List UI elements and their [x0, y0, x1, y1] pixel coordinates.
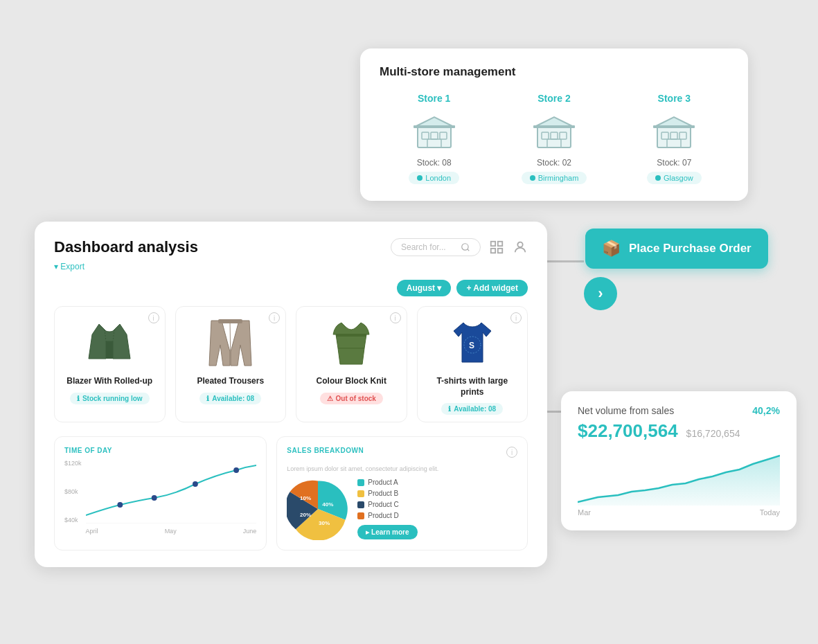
product-image-2 [323, 315, 379, 370]
status-icon-0: ℹ [77, 395, 80, 402]
user-icon[interactable] [513, 240, 528, 255]
product-status-2: ⚠ Out of stock [320, 393, 383, 404]
product-info-icon-1: i [269, 312, 280, 323]
net-volume-previous: $16,720,654 [686, 428, 740, 439]
status-icon-3: ℹ [448, 405, 451, 413]
svg-rect-21 [491, 249, 495, 253]
legend-label-1: Product B [368, 490, 398, 497]
net-volume-percentage: 40,2% [752, 405, 780, 416]
svg-text:10%: 10% [300, 495, 311, 501]
dashboard-card: Dashboard analysis Search for... ▾ Expor… [35, 222, 547, 567]
svg-rect-11 [533, 125, 575, 128]
add-widget-button[interactable]: + Add widget [456, 280, 528, 296]
store-2-location: Birmingham [522, 172, 587, 184]
legend-color-0 [357, 479, 364, 486]
product-name-3: T-shirts with large prints [425, 376, 521, 397]
product-status-1: ℹ Available: 08 [199, 393, 261, 404]
svg-point-33 [233, 467, 239, 473]
sales-pie-chart: 40% 30% 20% 10% [287, 478, 349, 540]
sales-card: SALES BREAKDOWN i Lorem ipsum dolor sit … [276, 436, 528, 551]
product-card-2[interactable]: i Colour Block Knit ⚠ Out of stock [296, 306, 407, 422]
place-purchase-order-button[interactable]: 📦 Place Purchase Order [585, 229, 768, 269]
store-item-2[interactable]: Store 2 Stock: 02 Birmingham [499, 93, 608, 184]
svg-point-23 [517, 242, 522, 247]
filter-row: August ▾ + Add widget [54, 280, 528, 296]
product-info-icon-0: i [148, 312, 159, 323]
net-volume-amounts: $22,700,564 $16,720,654 [578, 420, 780, 442]
svg-rect-0 [418, 127, 451, 147]
legend-item-1: Product B [357, 490, 517, 497]
svg-rect-24 [106, 341, 113, 359]
svg-rect-6 [537, 127, 571, 147]
sales-content: 40% 30% 20% 10% Product A P [287, 478, 517, 540]
arrow-circle-icon: › [584, 277, 617, 310]
store-2-name: Store 2 [537, 93, 570, 104]
product-image-3: S [445, 315, 500, 370]
legend-color-2 [357, 501, 364, 508]
svg-rect-20 [498, 242, 502, 246]
time-chart-title: TIME OF DAY [64, 447, 256, 454]
svg-text:30%: 30% [319, 520, 330, 526]
sales-legend-area: Product A Product B Product C Produ [357, 478, 517, 539]
multistore-title: Multi-store management [380, 65, 729, 79]
store-item-3[interactable]: Store 3 Stock: 07 Glasgow [620, 93, 729, 184]
grid-icon[interactable] [489, 240, 504, 255]
store-1-location: London [409, 172, 459, 184]
svg-text:20%: 20% [300, 512, 311, 518]
svg-rect-17 [653, 125, 695, 128]
product-name-2: Colour Block Knit [317, 376, 386, 387]
sales-desc: Lorem ipsum dolor sit amet, consectetur … [287, 465, 517, 472]
status-icon-1: ℹ [206, 395, 209, 402]
svg-rect-12 [657, 127, 691, 147]
store-3-name: Store 3 [658, 93, 691, 104]
legend-label-0: Product A [368, 478, 398, 486]
sales-legend: Product A Product B Product C Produ [357, 478, 517, 519]
net-volume-title: Net volume from sales [578, 405, 674, 416]
chart-label-start: Mar [578, 508, 591, 517]
legend-label-2: Product C [368, 501, 398, 508]
store-item-1[interactable]: Store 1 Stock: 08 London [380, 93, 488, 184]
connector-h1 [544, 260, 584, 262]
product-card-1[interactable]: i Pleated Trousers ℹ Available: 08 [175, 306, 287, 422]
sales-info-icon: i [506, 447, 517, 458]
store-1-stock: Stock: 08 [417, 158, 452, 168]
search-input[interactable]: Search for... [401, 242, 456, 252]
legend-item-2: Product C [357, 501, 517, 508]
export-button[interactable]: ▾ Export [54, 262, 528, 271]
product-card-0[interactable]: i Blazer With Rolled-up ℹ Stock running … [54, 306, 166, 422]
store-1-name: Store 1 [418, 93, 450, 104]
store-2-stock: Stock: 02 [537, 158, 571, 168]
dashboard-controls: Search for... [391, 238, 528, 256]
svg-rect-5 [414, 125, 455, 128]
svg-rect-22 [498, 249, 502, 253]
stores-row: Store 1 Stock: 08 London Store 2 [380, 93, 729, 184]
dashboard-title: Dashboard analysis [54, 238, 198, 256]
store-2-icon [530, 111, 578, 152]
arrow-connector: › [584, 277, 617, 310]
net-volume-chart [578, 450, 780, 506]
dashboard-header: Dashboard analysis Search for... [54, 238, 528, 256]
purchase-order-label: Place Purchase Order [629, 242, 752, 256]
product-name-0: Blazer With Rolled-up [66, 376, 152, 387]
month-filter-button[interactable]: August ▾ [397, 280, 452, 296]
time-chart-card: TIME OF DAY $120k $80k $40k [54, 436, 267, 551]
search-box[interactable]: Search for... [391, 238, 481, 256]
svg-point-18 [462, 244, 468, 250]
store-3-stock: Stock: 07 [657, 158, 691, 168]
status-icon-2: ⚠ [327, 395, 333, 402]
legend-item-3: Product D [357, 512, 517, 519]
sales-header: SALES BREAKDOWN i [287, 447, 517, 460]
product-card-3[interactable]: i S T-shirts with large prints ℹ Availab… [417, 306, 528, 422]
legend-item-0: Product A [357, 478, 517, 486]
products-row: i Blazer With Rolled-up ℹ Stock running … [54, 306, 528, 422]
svg-rect-19 [491, 242, 495, 246]
net-volume-card: Net volume from sales 40,2% $22,700,564 … [561, 391, 797, 530]
net-volume-chart-labels: Mar Today [578, 508, 780, 517]
svg-rect-27 [336, 334, 366, 337]
svg-point-31 [151, 495, 157, 501]
bottom-row: TIME OF DAY $120k $80k $40k [54, 436, 528, 551]
product-name-1: Pleated Trousers [197, 376, 264, 387]
svg-text:S: S [469, 341, 474, 350]
net-volume-header: Net volume from sales 40,2% [578, 405, 780, 416]
learn-more-button[interactable]: ▸ Learn more [357, 525, 417, 539]
